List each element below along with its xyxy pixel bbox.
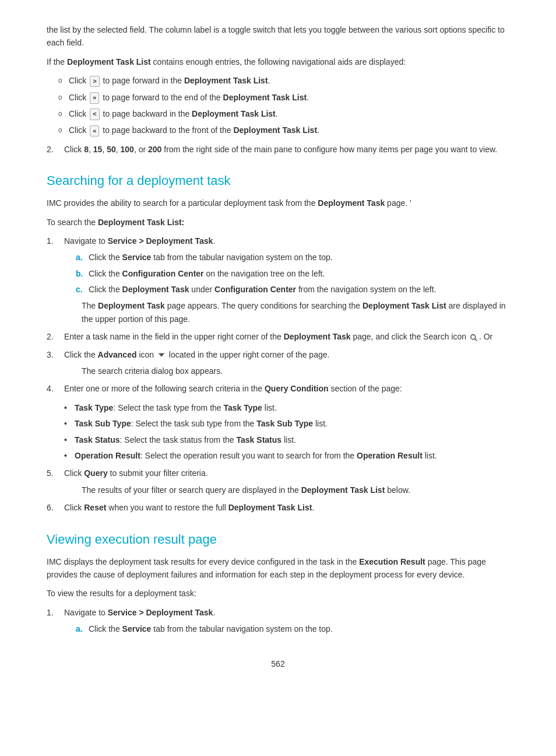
task-sub-type-list-bold: Task Sub Type xyxy=(256,419,313,428)
section1-step3: Click the Advanced icon located in the u… xyxy=(47,348,509,378)
nav-item-forward-end: Click » to page forward to the end of th… xyxy=(58,91,509,104)
step1-sub-a: Click the Service tab from the tabular n… xyxy=(76,251,509,264)
step4-bullet-list: Task Type: Select the task type from the… xyxy=(47,401,509,463)
step1-para-dt-bold: Deployment Task xyxy=(98,301,165,310)
bullet-operation-result: Operation Result: Select the operation r… xyxy=(64,449,509,462)
intro-step2-100: 100 xyxy=(121,145,134,154)
task-type-list-bold: Task Type xyxy=(224,403,262,412)
intro-step2-nums: 8 xyxy=(84,145,89,154)
nav-item-forward: Click > to page forward in the Deploymen… xyxy=(58,74,509,87)
section1-step5: Click Query to submit your filter criter… xyxy=(47,467,509,496)
section1-intro: IMC provides the ability to search for a… xyxy=(47,197,509,209)
section2-step1-sub-list: Click the Service tab from the tabular n… xyxy=(64,622,509,635)
intro-para1: the list by the selected field. The colu… xyxy=(47,23,509,50)
section2-step1: Navigate to Service > Deployment Task. C… xyxy=(47,606,509,636)
nav-dtl-bold-4: Deployment Task List xyxy=(233,125,317,135)
backward-btn: < xyxy=(90,108,99,120)
nav-dtl-bold-3: Deployment Task List xyxy=(192,109,276,118)
step1b-cc-bold: Configuration Center xyxy=(122,269,204,278)
nav-item-backward-front: Click « to page backward to the front of… xyxy=(58,124,509,136)
intro-deployment-task-list-bold: Deployment Task List xyxy=(67,57,151,66)
bullet-task-type: Task Type: Select the task type from the… xyxy=(64,401,509,414)
section1-step2: Enter a task name in the field in the up… xyxy=(47,330,509,343)
section2-intro2: To view the results for a deployment tas… xyxy=(47,587,509,600)
bullet-task-sub-type: Task Sub Type: Select the task sub type … xyxy=(64,417,509,430)
nav-dtl-bold-1: Deployment Task List xyxy=(184,76,268,85)
svg-marker-2 xyxy=(159,353,165,356)
step5-dtl-bold: Deployment Task List xyxy=(301,485,385,495)
svg-line-1 xyxy=(475,338,477,341)
section2-intro1: IMC displays the deployment task results… xyxy=(47,555,509,582)
step2-dt-bold: Deployment Task xyxy=(284,332,351,341)
bullet-task-status: Task Status: Select the task status from… xyxy=(64,433,509,446)
op-result-list-bold: Operation Result xyxy=(357,451,423,460)
nav-dtl-bold-2: Deployment Task List xyxy=(223,93,307,102)
step5-sub-para: The results of your filter or search que… xyxy=(64,484,509,496)
forward-end-btn: » xyxy=(90,92,99,104)
step6-dtl-bold: Deployment Task List xyxy=(228,503,312,512)
step1-sub-c: Click the Deployment Task under Configur… xyxy=(76,283,509,296)
step1-sub-list: Click the Service tab from the tabular n… xyxy=(64,251,509,296)
intro-ordered-list: Click 8, 15, 50, 100, or 200 from the ri… xyxy=(47,143,509,156)
forward-btn: > xyxy=(90,76,99,88)
step1-sub-b: Click the Configuration Center on the na… xyxy=(76,267,509,280)
step3-sub-para: The search criteria dialog box appears. xyxy=(64,365,509,377)
step1c-cc-bold: Configuration Center xyxy=(214,285,296,294)
intro-step2-200: 200 xyxy=(148,145,161,154)
step1c-dt-bold: Deployment Task xyxy=(122,285,189,294)
section1-steps-5-6: Click Query to submit your filter criter… xyxy=(47,467,509,514)
page-footer: 562 xyxy=(47,659,509,668)
task-status-bold: Task Status xyxy=(75,435,120,444)
advanced-icon xyxy=(157,351,166,359)
section1-step1: Navigate to Service > Deployment Task. C… xyxy=(47,235,509,326)
intro-step2-50: 50 xyxy=(107,145,116,154)
op-result-bold: Operation Result xyxy=(75,451,140,460)
page-container: the list by the selected field. The colu… xyxy=(0,0,556,704)
section2-heading: Viewing execution result page xyxy=(47,532,509,547)
section1-dt-bold: Deployment Task xyxy=(318,198,385,208)
nav-bullet-list: Click > to page forward in the Deploymen… xyxy=(47,74,509,137)
section1-step6: Click Reset when you want to restore the… xyxy=(47,501,509,514)
section2-er-bold: Execution Result xyxy=(359,557,425,566)
task-status-list-bold: Task Status xyxy=(237,435,282,444)
section2-step1-service-bold: Service > Deployment Task xyxy=(108,608,213,617)
page-number: 562 xyxy=(271,659,284,668)
step1-para-dtl-bold: Deployment Task List xyxy=(363,301,446,310)
intro-para2: If the Deployment Task List contains eno… xyxy=(47,55,509,68)
intro-step2-15: 15 xyxy=(93,145,103,154)
intro-step2: Click 8, 15, 50, 100, or 200 from the ri… xyxy=(47,143,509,156)
search-icon xyxy=(470,334,478,342)
section2-step1a-service-bold: Service xyxy=(122,624,152,634)
step1-service-bold: Service > Deployment Task xyxy=(108,236,213,246)
backward-front-btn: « xyxy=(90,125,99,137)
step6-reset-bold: Reset xyxy=(84,503,106,512)
step1-sub-para: The Deployment Task page appears. The qu… xyxy=(64,299,509,326)
section1-dtl-bold: Deployment Task List: xyxy=(98,218,184,227)
nav-item-backward: Click < to page backward in the Deployme… xyxy=(58,107,509,120)
step3-advanced-bold: Advanced xyxy=(98,350,137,359)
section1-steps: Navigate to Service > Deployment Task. C… xyxy=(47,235,509,396)
step4-qc-bold: Query Condition xyxy=(265,384,329,393)
section1-search-label: To search the Deployment Task List: xyxy=(47,216,509,229)
step1a-service-bold: Service xyxy=(122,253,152,262)
task-sub-type-bold: Task Sub Type xyxy=(75,419,131,428)
step5-query-bold: Query xyxy=(84,468,107,478)
task-type-bold: Task Type xyxy=(75,403,113,412)
section2-steps: Navigate to Service > Deployment Task. C… xyxy=(47,606,509,636)
section2-step1-sub-a: Click the Service tab from the tabular n… xyxy=(76,622,509,635)
section1-step4: Enter one or more of the following searc… xyxy=(47,382,509,395)
section1-heading: Searching for a deployment task xyxy=(47,173,509,188)
svg-point-0 xyxy=(471,334,476,339)
